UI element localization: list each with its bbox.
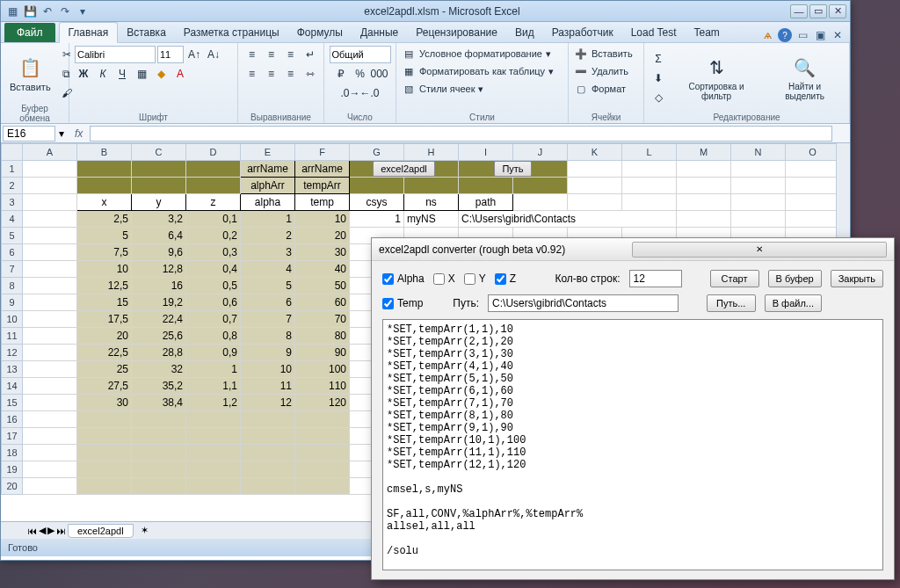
find-select-button[interactable]: 🔍 Найти и выделить	[766, 54, 844, 103]
cell[interactable]: 25	[77, 361, 132, 378]
decrease-decimal-icon[interactable]: ←.0	[361, 84, 379, 102]
number-format-select[interactable]	[330, 46, 391, 63]
row-header[interactable]: 2	[2, 178, 23, 194]
cell[interactable]	[622, 194, 677, 211]
cell[interactable]	[568, 178, 622, 194]
cell[interactable]	[295, 461, 350, 478]
rows-input[interactable]	[629, 270, 682, 287]
cell[interactable]: alpha	[241, 194, 295, 211]
cell[interactable]: 90	[295, 345, 350, 361]
cell-styles-button[interactable]: ▧Стили ячеек ▾	[402, 81, 483, 97]
save-icon[interactable]: 💾	[22, 4, 38, 19]
cell[interactable]: 1,1	[186, 378, 241, 395]
cell[interactable]	[132, 478, 186, 495]
cell[interactable]	[186, 428, 241, 445]
cell[interactable]	[677, 211, 731, 228]
col-header[interactable]: A	[23, 144, 77, 161]
merge-icon[interactable]: ⇿	[301, 65, 319, 83]
cell[interactable]: alphArr	[241, 178, 295, 194]
cell[interactable]	[622, 161, 677, 178]
delete-cells-button[interactable]: ➖Удалить	[574, 63, 628, 79]
cell[interactable]	[132, 461, 186, 478]
cell[interactable]	[295, 411, 350, 428]
cell[interactable]	[404, 178, 459, 194]
cell[interactable]: temp	[295, 194, 350, 211]
row-header[interactable]: 19	[2, 461, 23, 478]
ribbon-tab-8[interactable]: Load Test	[622, 23, 686, 42]
cell[interactable]: 6	[241, 294, 295, 311]
cell[interactable]: 1,2	[186, 395, 241, 411]
alpha-checkbox[interactable]: Alpha	[382, 272, 425, 285]
col-header[interactable]: H	[404, 144, 459, 161]
cell[interactable]: 19,2	[132, 294, 186, 311]
cell[interactable]: 9,6	[132, 244, 186, 261]
cell[interactable]: 8	[241, 328, 295, 345]
row-header[interactable]: 14	[2, 378, 23, 395]
cell[interactable]	[513, 178, 568, 194]
row-header[interactable]: 16	[2, 411, 23, 428]
cell[interactable]	[186, 178, 241, 194]
temp-checkbox[interactable]: Temp	[382, 297, 423, 309]
cell[interactable]	[513, 194, 568, 211]
cell[interactable]	[622, 178, 677, 194]
cell[interactable]: 20	[295, 228, 350, 244]
align-bottom-icon[interactable]: ≡	[282, 46, 300, 63]
cell[interactable]: csys	[350, 194, 404, 211]
row-header[interactable]: 13	[2, 361, 23, 378]
cell[interactable]	[23, 261, 77, 278]
dialog-titlebar[interactable]: excel2apdl converter (rough beta v0.92) …	[372, 238, 894, 261]
cell[interactable]: x	[77, 194, 132, 211]
cell[interactable]	[295, 445, 350, 461]
cell[interactable]: 25,6	[132, 328, 186, 345]
cell[interactable]: 0,1	[186, 211, 241, 228]
ribbon-tab-2[interactable]: Разметка страницы	[175, 23, 288, 42]
insert-cells-button[interactable]: ➕Вставить	[574, 46, 633, 62]
cell[interactable]: 80	[295, 328, 350, 345]
to-file-button[interactable]: В файл...	[765, 294, 822, 312]
sheet-nav-next-icon[interactable]: ▶	[47, 525, 54, 536]
conditional-formatting-button[interactable]: ▤Условное форматирование ▾	[402, 46, 551, 62]
col-header[interactable]: E	[241, 144, 295, 161]
cell[interactable]: 10	[241, 361, 295, 378]
font-size-input[interactable]	[157, 46, 184, 63]
cell[interactable]	[786, 211, 840, 228]
cell[interactable]	[23, 311, 77, 328]
path-browse-button[interactable]: Путь...	[707, 294, 756, 312]
cell[interactable]: arrName	[295, 161, 350, 178]
increase-font-icon[interactable]: A↑	[185, 46, 203, 63]
paste-button[interactable]: 📋 Вставить	[6, 54, 54, 94]
cell[interactable]	[186, 445, 241, 461]
cell[interactable]	[132, 411, 186, 428]
cell[interactable]: 10	[295, 211, 350, 228]
ribbon-tab-3[interactable]: Формулы	[288, 23, 352, 42]
dialog-close-button[interactable]: ✕	[632, 242, 887, 258]
cell[interactable]	[241, 445, 295, 461]
cell[interactable]	[132, 445, 186, 461]
cell[interactable]	[23, 428, 77, 445]
cell[interactable]	[677, 161, 731, 178]
cell[interactable]	[186, 461, 241, 478]
cell[interactable]	[295, 478, 350, 495]
cell[interactable]: 5	[77, 228, 132, 244]
format-cells-button[interactable]: ▢Формат	[574, 81, 626, 97]
cell[interactable]: 0,3	[186, 244, 241, 261]
cell[interactable]: 0,4	[186, 261, 241, 278]
row-header[interactable]: 18	[2, 445, 23, 461]
align-center-icon[interactable]: ≡	[263, 65, 280, 83]
cell[interactable]	[241, 461, 295, 478]
col-header[interactable]: K	[568, 144, 622, 161]
bold-button[interactable]: Ж	[75, 65, 92, 83]
cell[interactable]: 12,8	[132, 261, 186, 278]
cell[interactable]: 3,2	[132, 211, 186, 228]
cell[interactable]: 15	[77, 294, 132, 311]
cell[interactable]	[186, 478, 241, 495]
cell[interactable]	[350, 178, 404, 194]
align-left-icon[interactable]: ≡	[243, 65, 261, 83]
name-box[interactable]	[3, 126, 55, 142]
cell[interactable]	[731, 178, 786, 194]
cell[interactable]: 7	[241, 311, 295, 328]
row-header[interactable]: 7	[2, 261, 23, 278]
ribbon-close-icon[interactable]: ✕	[831, 28, 845, 42]
cell[interactable]: ns	[404, 194, 459, 211]
cell[interactable]	[786, 161, 840, 178]
